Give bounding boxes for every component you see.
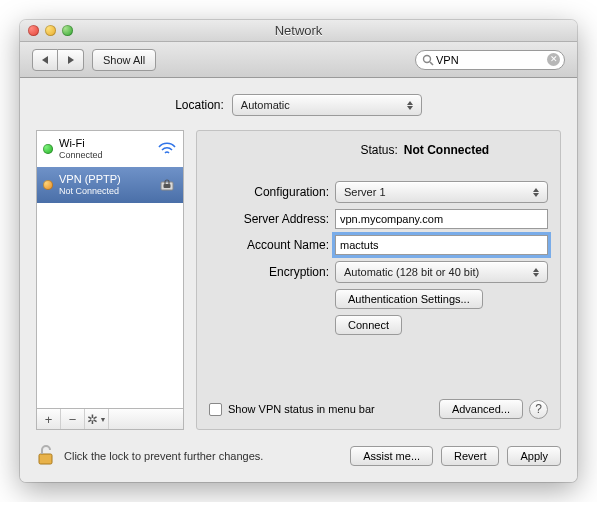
revert-button[interactable]: Revert [441, 446, 499, 466]
sidebar-footer: + − ✲▼ [36, 408, 184, 430]
apply-button[interactable]: Apply [507, 446, 561, 466]
settings-panel: Status: Not Connected Configuration: Ser… [196, 130, 561, 430]
configuration-select[interactable]: Server 1 [335, 181, 548, 203]
status-value: Not Connected [404, 143, 489, 157]
add-service-button[interactable]: + [37, 409, 61, 429]
search-input[interactable] [434, 53, 547, 67]
zoom-window-button[interactable] [62, 25, 73, 36]
status-dot-orange-icon [43, 180, 53, 190]
window-title: Network [20, 23, 577, 38]
configuration-value: Server 1 [344, 186, 386, 198]
svg-point-0 [424, 55, 431, 62]
search-field[interactable]: ✕ [415, 50, 565, 70]
show-vpn-status-label: Show VPN status in menu bar [228, 403, 375, 415]
panel-footer: Show VPN status in menu bar Advanced... … [209, 399, 548, 419]
chevron-right-icon [68, 56, 74, 64]
status-dot-green-icon [43, 144, 53, 154]
unlock-icon[interactable] [36, 444, 56, 468]
account-name-input[interactable] [335, 235, 548, 255]
lock-text: Click the lock to prevent further change… [64, 450, 263, 462]
toolbar: Show All ✕ [20, 42, 577, 78]
back-button[interactable] [32, 49, 58, 71]
server-address-label: Server Address: [209, 212, 329, 226]
location-label: Location: [175, 98, 224, 112]
close-window-button[interactable] [28, 25, 39, 36]
svg-rect-4 [39, 454, 52, 464]
connect-button[interactable]: Connect [335, 315, 402, 335]
assist-me-button[interactable]: Assist me... [350, 446, 433, 466]
configuration-label: Configuration: [209, 185, 329, 199]
account-name-label: Account Name: [209, 238, 329, 252]
nav-segmented [32, 49, 84, 71]
location-select[interactable]: Automatic [232, 94, 422, 116]
sidebar-item-label: VPN (PPTP) [59, 173, 151, 186]
location-value: Automatic [241, 99, 290, 111]
status-row: Status: Not Connected [209, 143, 548, 157]
svg-rect-3 [164, 184, 171, 188]
updown-icon [403, 97, 417, 113]
advanced-button[interactable]: Advanced... [439, 399, 523, 419]
sidebar-item-wifi[interactable]: Wi-Fi Connected [37, 131, 183, 167]
remove-service-button[interactable]: − [61, 409, 85, 429]
lock-icon [157, 177, 177, 193]
bottom-bar: Click the lock to prevent further change… [36, 444, 561, 468]
chevron-left-icon [42, 56, 48, 64]
show-vpn-status-checkbox[interactable] [209, 403, 222, 416]
sidebar-wrap: Wi-Fi Connected VPN (PPTP) Not Connected [36, 130, 184, 430]
help-button[interactable]: ? [529, 400, 548, 419]
location-row: Location: Automatic [36, 94, 561, 116]
minimize-window-button[interactable] [45, 25, 56, 36]
network-window: Network Show All ✕ Location: Automatic [20, 20, 577, 482]
encryption-select[interactable]: Automatic (128 bit or 40 bit) [335, 261, 548, 283]
server-address-input[interactable] [335, 209, 548, 229]
actions-menu-button[interactable]: ✲▼ [85, 409, 109, 429]
main-area: Wi-Fi Connected VPN (PPTP) Not Connected [36, 130, 561, 430]
gear-icon: ✲ [87, 412, 98, 427]
titlebar: Network [20, 20, 577, 42]
auth-settings-button[interactable]: Authentication Settings... [335, 289, 483, 309]
updown-icon [529, 184, 543, 200]
forward-button[interactable] [58, 49, 84, 71]
updown-icon [529, 264, 543, 280]
chevron-down-icon: ▼ [100, 416, 107, 423]
wifi-icon [157, 141, 177, 157]
svg-line-1 [430, 62, 433, 65]
encryption-value: Automatic (128 bit or 40 bit) [344, 266, 479, 278]
clear-search-button[interactable]: ✕ [547, 53, 560, 66]
status-label: Status: [268, 143, 398, 157]
show-all-button[interactable]: Show All [92, 49, 156, 71]
network-list[interactable]: Wi-Fi Connected VPN (PPTP) Not Connected [36, 130, 184, 408]
traffic-lights [20, 25, 73, 36]
encryption-label: Encryption: [209, 265, 329, 279]
sidebar-item-sub: Not Connected [59, 186, 151, 197]
sidebar-item-sub: Connected [59, 150, 151, 161]
search-icon [422, 54, 434, 66]
sidebar-item-label: Wi-Fi [59, 137, 151, 150]
sidebar-item-vpn[interactable]: VPN (PPTP) Not Connected [37, 167, 183, 203]
content-area: Location: Automatic Wi-Fi Connected [20, 78, 577, 482]
